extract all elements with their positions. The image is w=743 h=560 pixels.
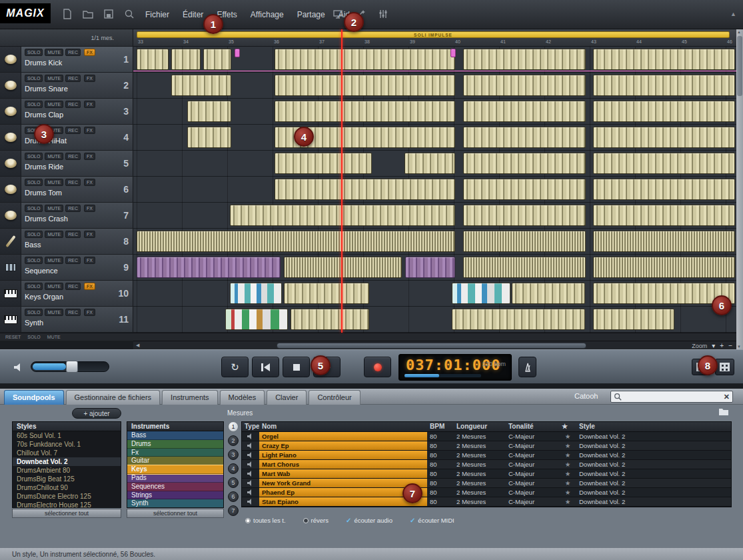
favorite-star[interactable]: ★ (559, 432, 576, 441)
tab-soundpools[interactable]: Soundpools (4, 390, 64, 405)
scroll-up-icon[interactable]: ▲ (737, 30, 741, 34)
audio-clip[interactable] (452, 309, 585, 330)
fx-button[interactable]: FX (84, 127, 95, 134)
preview-speaker-icon[interactable] (242, 460, 259, 469)
preview-speaker-icon[interactable] (242, 497, 259, 506)
loop-row[interactable]: Mart Wab802 MesuresC-Majeur★Downbeat Vol… (242, 469, 731, 479)
open-folder-icon[interactable] (82, 8, 94, 20)
search-icon[interactable] (123, 8, 135, 20)
instrument-item-pads[interactable]: Pads (127, 474, 223, 483)
rec-button[interactable]: REC (65, 309, 81, 316)
favorite-star[interactable]: ★ (559, 441, 576, 450)
volume-handle[interactable] (66, 361, 78, 373)
mixer-icon[interactable] (377, 8, 389, 20)
preview-speaker-icon[interactable] (242, 479, 259, 487)
audio-clip[interactable] (137, 257, 281, 278)
track-header-drums-snare[interactable]: SOLOMUTERECFXDrums Snare2 (0, 73, 133, 99)
rec-button[interactable]: REC (65, 283, 81, 290)
track-header-bass[interactable]: SOLOMUTERECFXBass8 (0, 229, 133, 255)
mute-button[interactable]: MUTE (45, 309, 63, 316)
zoom-out-icon[interactable]: − (728, 342, 732, 349)
option-couter-audio[interactable]: ✓écouter audio (346, 517, 392, 524)
metronome-button[interactable] (518, 357, 536, 377)
track-header-drums-clap[interactable]: SOLOMUTERECFXDrums Clap3 (0, 99, 133, 125)
rec-button[interactable]: REC (65, 49, 81, 56)
preview-speaker-icon[interactable] (242, 451, 259, 459)
style-item[interactable]: DrumsBig Beat 125 (13, 475, 121, 483)
audio-clip[interactable] (463, 153, 586, 174)
fx-button[interactable]: FX (84, 75, 95, 82)
style-item[interactable]: Downbeat Vol. 2 (13, 457, 121, 466)
audio-clip[interactable] (593, 231, 735, 252)
vertical-scrollbar[interactable]: ▲ ▼ (736, 29, 743, 349)
tab-instruments[interactable]: Instruments (162, 390, 217, 405)
audio-clip[interactable] (235, 49, 240, 57)
loop-row[interactable]: Stan Epiano802 MesuresC-Majeur★Downbeat … (242, 497, 731, 507)
scroll-left-icon[interactable]: ◀ (136, 343, 139, 348)
preview-speaker-icon[interactable] (242, 441, 259, 450)
zoom-dropdown-icon[interactable]: ▾ (712, 342, 715, 349)
instrument-item-keys[interactable]: Keys (127, 465, 223, 474)
rec-button[interactable]: REC (65, 257, 81, 264)
audio-clip[interactable] (230, 205, 455, 226)
instrument-item-sequences[interactable]: Sequences (127, 483, 223, 491)
track-header-drums-tom[interactable]: SOLOMUTERECFXDrums Tom6 (0, 177, 133, 203)
audio-clip[interactable] (463, 127, 586, 148)
option-toutes-les-t[interactable]: toutes les t. (245, 517, 286, 524)
audio-clip[interactable] (512, 283, 585, 304)
audio-clip[interactable] (593, 205, 735, 226)
favorite-star[interactable]: ★ (559, 469, 576, 478)
new-file-icon[interactable] (61, 8, 73, 20)
audio-clip[interactable] (225, 309, 288, 330)
audio-clip[interactable] (593, 153, 735, 174)
horizontal-scroll-thumb[interactable] (277, 343, 586, 349)
audio-clip[interactable] (291, 309, 369, 330)
audio-clip[interactable] (137, 49, 169, 70)
radio-icon[interactable] (303, 518, 309, 523)
column-header-[interactable]: ★ (559, 422, 576, 431)
timeline-ruler[interactable]: SOLI IMPULSE 333435363738394041424344454… (133, 29, 736, 47)
fx-button[interactable]: FX (84, 231, 95, 238)
favorite-star[interactable]: ★ (559, 497, 576, 506)
mute-button[interactable]: MUTE (45, 257, 63, 264)
solo-button[interactable]: SOLO (25, 101, 43, 108)
audio-clip[interactable] (463, 49, 586, 70)
solo-button[interactable]: SOLO (25, 283, 43, 290)
track-header-drums-hihat[interactable]: SOLOMUTERECFXDrums HiHat4 (0, 125, 133, 151)
check-icon[interactable]: ✓ (410, 517, 415, 523)
save-icon[interactable] (103, 8, 115, 20)
audio-clip[interactable] (284, 283, 369, 304)
zoom-label[interactable]: Zoom (692, 343, 707, 349)
search-input[interactable] (624, 393, 721, 401)
instrument-item-bass[interactable]: Bass (127, 431, 223, 440)
style-item[interactable]: DrumsDance Electro 125 (13, 492, 121, 501)
solo-button[interactable]: SOLO (25, 153, 43, 160)
loop-row[interactable]: Orgel802 MesuresC-Majeur★Downbeat Vol. 2 (242, 432, 731, 441)
loop-row[interactable]: New York Grand802 MesuresC-Majeur★Downbe… (242, 479, 731, 488)
menu-partage[interactable]: Partage (297, 10, 325, 19)
audio-clip[interactable] (450, 49, 456, 57)
mute-button[interactable]: MUTE (45, 101, 63, 108)
solo-button[interactable]: SOLO (25, 309, 43, 316)
zoom-in-icon[interactable]: + (720, 342, 724, 349)
solo-button[interactable]: SOLO (25, 179, 43, 186)
fx-button[interactable]: FX (84, 179, 95, 186)
check-icon[interactable]: ✓ (346, 517, 351, 523)
publish-icon[interactable] (332, 8, 344, 20)
fx-button[interactable]: FX (84, 309, 95, 316)
style-item[interactable]: DrumsElectro House 125 (13, 501, 121, 508)
mute-button[interactable]: MUTE (45, 75, 63, 82)
rec-button[interactable]: REC (65, 75, 81, 82)
solo-button[interactable]: SOLO (25, 231, 43, 238)
fx-button[interactable]: FX (84, 205, 95, 212)
master-solo-button[interactable]: SOLO (27, 335, 40, 339)
audio-clip[interactable] (230, 283, 282, 304)
browse-folder-icon[interactable] (718, 407, 729, 416)
loop-range-bar[interactable]: SOLI IMPULSE (137, 31, 730, 38)
audio-clip[interactable] (171, 49, 201, 70)
master-mute-button[interactable]: MUTE (47, 335, 61, 339)
mute-button[interactable]: MUTE (45, 49, 63, 56)
menu-fichier[interactable]: Fichier (145, 10, 169, 19)
column-header-bpm[interactable]: BPM (427, 422, 454, 431)
instrument-item-drums[interactable]: Drums (127, 440, 223, 449)
